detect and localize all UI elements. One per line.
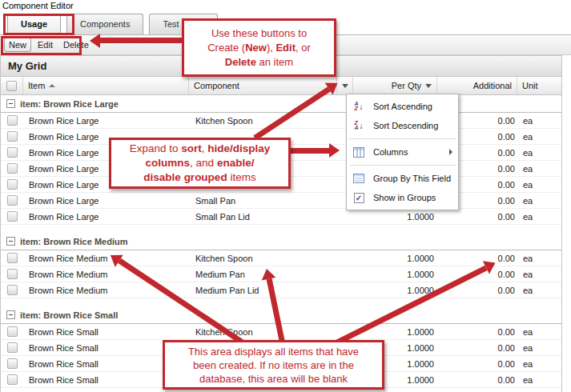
unit-cell: ea [517, 148, 561, 158]
chevron-down-icon[interactable] [425, 84, 432, 88]
menu-item-columns[interactable]: Columns [347, 142, 458, 162]
column-header-unit[interactable]: Unit [517, 77, 561, 94]
component-editor-page: Component Editor Usage Components Test O… [0, 0, 571, 392]
unit-cell: ea [517, 180, 561, 190]
row-checkbox[interactable] [1, 115, 23, 126]
menu-item-label: Sort Ascending [373, 102, 432, 111]
unit-cell: ea [517, 343, 561, 353]
group-spacer [1, 225, 561, 233]
chevron-down-icon [342, 84, 348, 88]
row-checkbox[interactable] [1, 211, 23, 222]
row-checkbox[interactable] [1, 374, 23, 385]
sort-ascending-icon [351, 102, 367, 111]
checkbox-icon [7, 269, 18, 279]
additional-cell: 0.00 [437, 254, 517, 263]
column-header-item-label: Item [28, 81, 45, 90]
checkbox-icon [7, 163, 18, 174]
checkbox-icon [7, 115, 18, 126]
menu-separator [349, 138, 456, 139]
column-header-component-label: Component [194, 81, 239, 90]
row-checkbox[interactable] [1, 358, 23, 369]
checkbox-icon [7, 253, 18, 263]
group-header-brown-rice-large[interactable]: item: Brown Rice Large [1, 95, 561, 113]
columns-icon [351, 147, 367, 158]
menu-item-group-by-this-field[interactable]: Group By This Field [347, 169, 458, 188]
menu-item-label: Columns [373, 147, 408, 157]
row-checkbox[interactable] [1, 253, 23, 263]
sort-ascending-indicator-icon [49, 84, 55, 87]
item-cell: Brown Rice Medium [23, 270, 189, 279]
component-cell: Kitchen Spoon [189, 254, 353, 263]
additional-cell: 0.00 [437, 212, 517, 222]
callout-buttons-note: Use these buttons to Create (New), Edit,… [182, 18, 336, 77]
group-header-brown-rice-medium[interactable]: item: Brown Rice Medium [1, 233, 561, 250]
checkbox-icon [7, 342, 18, 353]
checkbox-icon [7, 285, 18, 295]
checkbox-icon [7, 147, 18, 158]
column-header-per-qty[interactable]: Per Qty [353, 77, 437, 94]
table-row[interactable]: Brown Rice Large Small Pan Lid 1.0000 0.… [1, 209, 561, 225]
row-checkbox[interactable] [1, 269, 23, 279]
annotation-arrow-to-columns-menu [290, 143, 340, 158]
page-title: Component Editor [2, 1, 74, 10]
grid-column-header-row: Item Component Per Qty Additional Unit [0, 77, 562, 95]
additional-cell: 0.00 [437, 343, 517, 353]
row-checkbox[interactable] [1, 163, 23, 174]
row-checkbox[interactable] [1, 131, 23, 142]
checkbox-icon [7, 358, 18, 369]
table-row[interactable]: Brown Rice Medium Medium Pan Lid 1.0000 … [1, 282, 561, 298]
per-qty-cell: 1.0000 [353, 270, 437, 279]
column-header-additional-label: Additional [473, 81, 512, 90]
callout-line: Expand to sort, hide/display [111, 142, 288, 156]
additional-cell: 0.00 [437, 375, 517, 385]
callout-line: disable grouped items [111, 170, 288, 185]
collapse-group-icon[interactable] [6, 99, 15, 108]
select-all-checkbox[interactable] [1, 77, 23, 94]
unit-cell: ea [517, 286, 561, 295]
row-checkbox[interactable] [1, 285, 23, 295]
row-checkbox[interactable] [1, 342, 23, 353]
checkbox-icon [7, 179, 18, 190]
checkbox-icon [7, 211, 18, 222]
unit-cell: ea [517, 196, 561, 206]
menu-item-show-in-groups[interactable]: Show in Groups [347, 188, 458, 207]
unit-cell: ea [517, 270, 561, 279]
annotation-arrow-to-toolbar [90, 34, 183, 48]
row-checkbox[interactable] [1, 147, 23, 158]
column-header-item[interactable]: Item [23, 77, 189, 94]
per-qty-cell: 1.0000 [353, 212, 437, 222]
additional-cell: 0.00 [437, 359, 517, 369]
callout-line: This area displays all items that have [165, 345, 382, 358]
annotation-rect-usage-tab [3, 14, 74, 35]
unit-cell: ea [517, 359, 561, 369]
submenu-chevron-right-icon [449, 149, 452, 155]
checkbox-icon [7, 195, 18, 206]
component-cell: Small Pan [189, 196, 353, 206]
menu-item-sort-descending[interactable]: Sort Descending [347, 116, 458, 135]
sort-descending-icon [351, 121, 367, 130]
collapse-group-icon[interactable] [6, 237, 15, 246]
column-header-additional[interactable]: Additional [437, 77, 517, 94]
checkbox-icon [7, 374, 18, 385]
row-checkbox[interactable] [1, 195, 23, 206]
column-header-context-menu: Sort Ascending Sort Descending Columns G… [346, 94, 459, 210]
menu-item-label: Sort Descending [373, 121, 438, 130]
row-checkbox[interactable] [1, 179, 23, 190]
callout-line: Use these buttons to [184, 26, 334, 41]
menu-item-label: Show in Groups [373, 193, 436, 202]
checkbox-icon [6, 81, 17, 91]
callout-line: Delete an item [184, 55, 334, 70]
item-cell: Brown Rice Large [23, 196, 189, 206]
column-header-per-qty-label: Per Qty [392, 81, 421, 90]
unit-cell: ea [517, 116, 561, 126]
unit-cell: ea [517, 132, 561, 142]
collapse-group-icon[interactable] [6, 310, 15, 319]
item-cell: Brown Rice Small [23, 327, 189, 337]
row-checkbox[interactable] [1, 326, 23, 337]
table-row[interactable]: Brown Rice Large Small Pan 0.00 ea [1, 193, 561, 209]
group-title: item: Brown Rice Small [20, 310, 118, 320]
annotation-rect-toolbar-buttons [1, 36, 82, 55]
menu-item-sort-ascending[interactable]: Sort Ascending [347, 97, 458, 116]
unit-cell: ea [517, 327, 561, 337]
tab-components[interactable]: Components [66, 14, 143, 34]
